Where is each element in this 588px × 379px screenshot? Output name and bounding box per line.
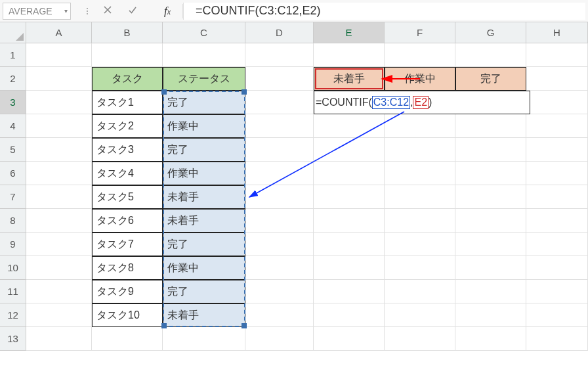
- cell-D4[interactable]: [245, 114, 314, 138]
- cell-H12[interactable]: [526, 303, 588, 327]
- cell-C1[interactable]: [163, 43, 245, 67]
- cell-F2[interactable]: 作業中: [385, 67, 455, 91]
- cell-A11[interactable]: [26, 280, 92, 303]
- cell-F10[interactable]: [385, 256, 455, 280]
- cell-B11[interactable]: タスク9: [92, 280, 163, 303]
- cell-D12[interactable]: [245, 303, 314, 327]
- cell-E10[interactable]: [314, 256, 385, 280]
- cell-A9[interactable]: [26, 233, 92, 256]
- cell-E8[interactable]: [314, 209, 385, 233]
- cell-E11[interactable]: [314, 280, 385, 303]
- cell-F12[interactable]: [385, 303, 455, 327]
- cell-E5[interactable]: [314, 138, 385, 162]
- cell-E1[interactable]: [314, 43, 385, 67]
- col-header-C[interactable]: C: [163, 22, 245, 43]
- cell-C9[interactable]: 完了: [163, 233, 245, 256]
- cell-H6[interactable]: [526, 162, 588, 185]
- cell-H11[interactable]: [526, 280, 588, 303]
- cell-A13[interactable]: [26, 327, 92, 351]
- cell-G11[interactable]: [455, 280, 526, 303]
- cell-B10[interactable]: タスク8: [92, 256, 163, 280]
- cell-D10[interactable]: [245, 256, 314, 280]
- cell-C3[interactable]: 完了: [163, 91, 245, 114]
- cell-C10[interactable]: 作業中: [163, 256, 245, 280]
- col-header-E[interactable]: E: [314, 22, 385, 43]
- cell-H5[interactable]: [526, 138, 588, 162]
- cell-H10[interactable]: [526, 256, 588, 280]
- cell-F8[interactable]: [385, 209, 455, 233]
- cell-E6[interactable]: [314, 162, 385, 185]
- cell-H13[interactable]: [526, 327, 588, 351]
- row-header-9[interactable]: 9: [0, 233, 26, 256]
- cell-G2[interactable]: 完了: [455, 67, 526, 91]
- cell-A12[interactable]: [26, 303, 92, 327]
- cell-G6[interactable]: [455, 162, 526, 185]
- cell-G1[interactable]: [455, 43, 526, 67]
- name-box[interactable]: AVERAGE ▾: [3, 3, 71, 20]
- cell-F11[interactable]: [385, 280, 455, 303]
- cell-D7[interactable]: [245, 185, 314, 209]
- cell-G10[interactable]: [455, 256, 526, 280]
- cell-D5[interactable]: [245, 138, 314, 162]
- cell-G9[interactable]: [455, 233, 526, 256]
- cell-F13[interactable]: [385, 327, 455, 351]
- enter-icon[interactable]: [127, 5, 138, 17]
- cell-C5[interactable]: 完了: [163, 138, 245, 162]
- cell-B7[interactable]: タスク5: [92, 185, 163, 209]
- cell-E9[interactable]: [314, 233, 385, 256]
- cell-A4[interactable]: [26, 114, 92, 138]
- col-header-A[interactable]: A: [26, 22, 92, 43]
- cell-D2[interactable]: [245, 67, 314, 91]
- cell-F7[interactable]: [385, 185, 455, 209]
- cell-B5[interactable]: タスク3: [92, 138, 163, 162]
- cell-F9[interactable]: [385, 233, 455, 256]
- row-header-8[interactable]: 8: [0, 209, 26, 233]
- row-header-5[interactable]: 5: [0, 138, 26, 162]
- cell-B8[interactable]: タスク6: [92, 209, 163, 233]
- cell-C6[interactable]: 作業中: [163, 162, 245, 185]
- cell-C2[interactable]: ステータス: [163, 67, 245, 91]
- row-header-4[interactable]: 4: [0, 114, 26, 138]
- cell-A10[interactable]: [26, 256, 92, 280]
- cell-D3[interactable]: [245, 91, 314, 114]
- cell-H1[interactable]: [526, 43, 588, 67]
- cell-A1[interactable]: [26, 43, 92, 67]
- cell-B6[interactable]: タスク4: [92, 162, 163, 185]
- row-header-2[interactable]: 2: [0, 67, 26, 91]
- cell-G5[interactable]: [455, 138, 526, 162]
- cell-H8[interactable]: [526, 209, 588, 233]
- cell-A8[interactable]: [26, 209, 92, 233]
- col-header-F[interactable]: F: [385, 22, 455, 43]
- fx-icon[interactable]: fx: [164, 5, 171, 18]
- row-header-13[interactable]: 13: [0, 327, 26, 351]
- cell-H4[interactable]: [526, 114, 588, 138]
- cell-D1[interactable]: [245, 43, 314, 67]
- cell-H3[interactable]: [526, 91, 588, 114]
- select-all-corner[interactable]: [0, 22, 26, 43]
- cell-G12[interactable]: [455, 303, 526, 327]
- editing-cell[interactable]: =COUNTIF( C3:C12 , E2 ): [314, 91, 530, 114]
- cell-C12[interactable]: 未着手: [163, 303, 245, 327]
- cell-A7[interactable]: [26, 185, 92, 209]
- cell-H9[interactable]: [526, 233, 588, 256]
- cell-G8[interactable]: [455, 209, 526, 233]
- row-header-11[interactable]: 11: [0, 280, 26, 303]
- row-header-6[interactable]: 6: [0, 162, 26, 185]
- cell-A6[interactable]: [26, 162, 92, 185]
- col-header-D[interactable]: D: [245, 22, 314, 43]
- row-header-10[interactable]: 10: [0, 256, 26, 280]
- cell-E2[interactable]: 未着手: [314, 67, 385, 91]
- cell-F4[interactable]: [385, 114, 455, 138]
- cell-B4[interactable]: タスク2: [92, 114, 163, 138]
- cell-G4[interactable]: [455, 114, 526, 138]
- cell-F6[interactable]: [385, 162, 455, 185]
- cell-C11[interactable]: 完了: [163, 280, 245, 303]
- cell-G13[interactable]: [455, 327, 526, 351]
- row-header-3[interactable]: 3: [0, 91, 26, 114]
- cell-B3[interactable]: タスク1: [92, 91, 163, 114]
- cell-C8[interactable]: 未着手: [163, 209, 245, 233]
- cell-E7[interactable]: [314, 185, 385, 209]
- cell-B2[interactable]: タスク: [92, 67, 163, 91]
- cell-H7[interactable]: [526, 185, 588, 209]
- cell-B12[interactable]: タスク10: [92, 303, 163, 327]
